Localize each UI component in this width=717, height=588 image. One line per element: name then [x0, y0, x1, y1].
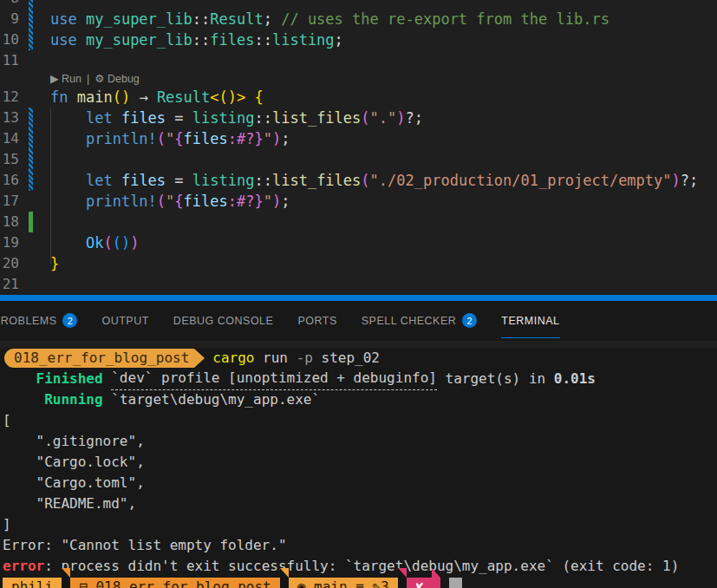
code-token: files: [184, 193, 228, 210]
code-line[interactable]: 19 Ok(()): [0, 232, 717, 253]
line-number[interactable]: 15: [0, 149, 19, 170]
code-text: [33, 149, 717, 170]
tab-badge: 2: [62, 313, 77, 328]
run-codelens-link[interactable]: ▶ Run: [50, 71, 81, 87]
code-token: ): [672, 172, 681, 189]
code-token: =: [166, 172, 192, 189]
code-token: →: [130, 88, 157, 106]
code-token: ): [396, 109, 405, 127]
code-token: (: [361, 172, 369, 189]
code-token: println!: [86, 193, 157, 210]
code-token: listing: [192, 109, 255, 127]
tab-label: PORTS: [297, 315, 336, 327]
line-number[interactable]: 17: [0, 191, 19, 212]
code-line[interactable]: 9use my_super_lib::Result; // uses the r…: [0, 9, 717, 29]
code-token: ?;: [406, 109, 423, 127]
line-number[interactable]: 20: [0, 253, 19, 274]
code-line[interactable]: 16 let files = listing::list_files("./02…: [0, 170, 717, 191]
code-token: "README.md",: [3, 493, 136, 514]
line-number[interactable]: 21: [0, 274, 19, 295]
line-number[interactable]: 14: [0, 128, 19, 149]
terminal-line: Finished `dev` profile [unoptimized + de…: [0, 369, 717, 389]
code-token: println!: [86, 130, 157, 147]
code-line[interactable]: 15: [0, 149, 717, 170]
terminal-line: "README.md",: [0, 493, 717, 514]
code-line[interactable]: 11: [0, 50, 717, 71]
code-text: [33, 212, 717, 232]
powerline-separator-icon: [280, 568, 289, 588]
tab-badge: 2: [462, 313, 477, 328]
terminal-line: Error: "Cannot list empty folder.": [0, 535, 717, 556]
tab-terminal[interactable]: TERMINAL: [501, 304, 559, 338]
terminal-line: ]: [0, 514, 717, 535]
code-token: ;: [281, 130, 290, 147]
code-token: let: [86, 109, 121, 127]
code-token: [103, 369, 112, 389]
code-token: [50, 130, 86, 147]
tab-debug-console[interactable]: DEBUG CONSOLE: [173, 304, 274, 338]
line-number[interactable]: 8: [0, 0, 19, 9]
line-number[interactable]: 10: [0, 29, 19, 50]
prompt-segment: ✘: [407, 578, 433, 588]
code-token: :#?: [228, 130, 255, 147]
tab-output[interactable]: OUTPUT: [101, 304, 148, 338]
code-line[interactable]: 10use my_super_lib::files::listing;: [0, 29, 717, 50]
code-token: }: [255, 130, 264, 147]
code-token: Finished: [36, 369, 103, 389]
code-line[interactable]: 8: [0, 0, 717, 9]
code-token: my_super_lib: [86, 10, 192, 28]
panel-resize-handle[interactable]: [0, 295, 717, 301]
code-token: ): [272, 193, 281, 210]
code-text: let files = listing::list_files(".")?;: [33, 108, 717, 128]
code-line[interactable]: 12fn main() → Result<()> {: [0, 87, 717, 108]
code-token: "Cargo.toml",: [3, 473, 145, 493]
code-token: (: [157, 130, 166, 147]
code-token: (: [361, 109, 369, 127]
vscode-window: 89use my_super_lib::Result; // uses the …: [0, 0, 717, 588]
code-token: listing: [192, 172, 255, 189]
tab-label: OUTPUT: [101, 315, 148, 327]
code-line[interactable]: 13 let files = listing::list_files(".")?…: [0, 108, 717, 128]
tab-problems[interactable]: PROBLEMS2: [0, 304, 77, 338]
line-number[interactable]: 16: [0, 170, 19, 191]
code-line[interactable]: 18: [0, 212, 717, 232]
code-text: [33, 50, 717, 71]
code-token: 0.01s: [554, 369, 596, 389]
code-token: [3, 369, 36, 389]
prompt-segment: ⊟ 018_err_for_blog_post: [70, 578, 280, 588]
code-token: target(s) in: [437, 369, 554, 389]
code-editor[interactable]: 89use my_super_lib::Result; // uses the …: [0, 0, 717, 295]
code-token: files: [210, 31, 254, 49]
terminal-line: [: [0, 410, 717, 431]
code-token: `target\debug\my_app.exe`: [103, 389, 320, 410]
code-token: [50, 172, 86, 189]
line-number[interactable]: 13: [0, 108, 19, 128]
line-number[interactable]: 12: [0, 87, 19, 108]
powerline-separator-icon: [432, 568, 440, 588]
code-token: {: [174, 193, 183, 210]
code-token: [245, 88, 254, 106]
code-text: }: [33, 253, 717, 274]
code-token: [50, 234, 86, 252]
code-token: "./02_production/01_project/empty": [370, 172, 672, 189]
code-text: [33, 0, 717, 9]
code-line[interactable]: 20}: [0, 253, 717, 274]
line-number[interactable]: 19: [0, 232, 19, 253]
tab-spell-checker[interactable]: SPELL CHECKER2: [362, 304, 478, 338]
terminal-cursor: [449, 578, 462, 588]
prompt-badge-arrow-icon: [194, 349, 205, 368]
code-token: ".gitignore",: [3, 431, 145, 452]
line-number[interactable]: 11: [0, 50, 19, 71]
terminal-line: phili⊟ 018_err_for_blog_post◉ main ≡ ✎3✘: [0, 577, 717, 588]
terminal-output[interactable]: 018_err_for_blog_postcargo run -p step_0…: [0, 348, 717, 588]
line-number[interactable]: 9: [0, 9, 19, 29]
line-number[interactable]: 18: [0, 212, 19, 232]
code-line[interactable]: 21: [0, 274, 717, 295]
code-line[interactable]: 14 println!("{files:#?}");: [0, 128, 717, 149]
code-line[interactable]: 17 println!("{files:#?}");: [0, 191, 717, 212]
debug-codelens-link[interactable]: ⚙ Debug: [95, 71, 140, 87]
code-token: Running: [44, 389, 102, 410]
code-token: ::: [254, 31, 271, 49]
tab-ports[interactable]: PORTS: [297, 304, 336, 338]
terminal-line: "Cargo.toml",: [0, 473, 717, 493]
